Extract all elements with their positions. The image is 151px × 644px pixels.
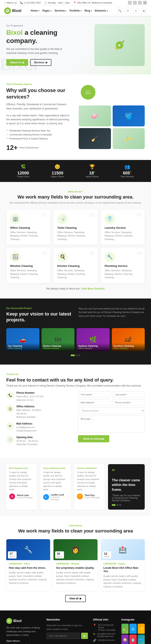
dishes-cleaning-overlay: Dishes Cleaning Window cleaning [42,343,75,351]
why-years: 12+ Years Experiences [6,144,72,152]
subscribe-button[interactable]: ➤ [81,633,88,639]
quote-sub: "Thank you for your interest in hiring D… [112,494,141,502]
view-all-button[interactable]: View all ▶ [65,595,86,602]
quote-dot-1[interactable] [112,504,116,506]
topbar-left: ✉ Mail to us 📞 (+12) 5463 2357 🕐 Sunday … [4,2,112,4]
blog-post-3[interactable]: 🏥 12 Mar'21 CARPENTER Expert Locate Bixo… [101,539,145,591]
play-button[interactable]: ▶ [116,41,123,49]
check-3: Professional Floor & Carpet Cleaning [6,136,72,140]
footer-official-col: Official info: 📍 30 Commercial Road, Pre… [93,618,116,644]
footer-grid: B Bixol We work with a passion of taking… [6,618,145,644]
dot-2[interactable] [76,354,78,356]
stat-projects: 🏗 12000 Project Done [17,164,29,178]
blog-title: We work many fields to clean your surrou… [6,528,145,534]
about-button[interactable]: About Us ▶ [6,59,28,66]
ig-img-1[interactable]: 🧹 [122,624,128,634]
newsletter-email-input[interactable] [46,633,80,639]
stat-clients: 😊 11500 Happy Clients [51,164,64,178]
review-3-tag: Service satisfaction [77,467,102,469]
ig-img-5[interactable]: 🧴 [130,634,136,644]
service-select[interactable]: Chosen services Office Cleaning Toilet C… [78,407,145,414]
reviewer-3-role: Corner Manager [84,496,100,499]
email-input[interactable] [78,399,110,406]
quote-dot-3[interactable] [119,504,121,506]
nav-services[interactable]: Services ▾ [54,9,67,12]
review-1: Best Support ever! 5 stars for design qu… [6,464,37,510]
blog-title-1: How stay calm from the stress. [9,566,48,570]
twitter-icon[interactable]: t [133,1,137,4]
search-button[interactable]: 🔍 [117,8,123,14]
first-name-input[interactable] [78,392,110,398]
blog-img-2: 👩 18 Mar'21 [54,539,97,560]
message-textarea[interactable] [78,416,145,432]
blog-meta-2: CARPENTER Window [56,563,95,565]
reviewer-3-name: Tami Kay [84,494,100,496]
link-icon[interactable]: 🔗 [143,1,147,4]
blog-post-1[interactable]: 🔧 17 Mar'21 CARPENTER Office How stay ca… [6,539,50,591]
quote-text: The cleaner came within the time frame. [112,478,141,492]
project-car-cleaning[interactable]: 🚗 Car Cleaning Office cleaning [6,328,40,351]
facebook-icon[interactable]: f [128,1,132,4]
services-desc: We understand the difficult and busy sch… [6,202,145,204]
furniture-cleaning-overlay: Furniture Cleaning Office cleaning [112,343,145,351]
contact-title: Feel free to contact with us for any kin… [6,377,145,383]
view-more-services-link[interactable]: View More Services [81,287,105,290]
ig-img-3[interactable]: ✨ [138,624,145,634]
footer: B Bixol We work with a passion of taking… [0,610,151,644]
plumbing-desc: Office Services, Sweeping Mopping, Kitch… [105,269,141,279]
quote-dot-2[interactable] [116,504,118,506]
projects-title-col: Our Successful Project Keep your vision … [6,307,72,323]
dot-1[interactable] [71,354,75,356]
ig-img-4[interactable]: 🏠 [122,634,128,644]
clock-icon: 🕐 [44,2,47,4]
nav-elements[interactable]: Elements ▾ [95,9,108,12]
project-outdoor-cleaning[interactable]: 🌿 Outdoor Cleaning Office cleaning [76,328,110,351]
why-img-1: 🧼 [79,106,111,126]
toilet-icon-wrap: 🚽 [57,214,68,224]
logo[interactable]: Bixol [4,7,22,14]
quote-mark: " [112,468,141,476]
project-dishes-cleaning[interactable]: 🍽 Dishes Cleaning Window cleaning [42,328,75,351]
phone-input[interactable] [112,399,145,406]
outdoor-cleaning-overlay: Outdoor Cleaning Office cleaning [76,343,110,351]
why-img-2: 🪣 [112,106,145,126]
years-label: Years Experiences [19,146,38,149]
ig-img-2[interactable]: 💧 [130,624,136,634]
blog-section: Latest News We work many fields to clean… [0,516,151,610]
footer-about: We work with a passion of taking challen… [6,626,41,637]
why-checklist: Residential Cleaning Services Near You C… [6,128,72,140]
clients-icon: 😊 [51,164,64,170]
clients-num: 11500 [51,170,64,176]
clients-badge-container: 10k+ Clients [79,83,145,104]
nav-home[interactable]: Home ▾ [30,9,40,12]
why-content: About Cleaning Agency Why will you choos… [6,83,72,152]
nav-menu: Home ▾ Pages ▾ Services ▾ Portfolio ▾ Bl… [30,9,108,12]
send-message-button[interactable]: Send us message [78,435,109,442]
footer-logo: B Bixol [6,618,41,624]
nav-pages[interactable]: Pages ▾ [42,9,52,12]
why-img-4: ✨ [112,128,145,149]
contact-address-detail: Office Address: Main address: 122 Alton … [16,405,41,419]
why-img-3: 🧹 [79,128,111,149]
dot-3[interactable] [79,354,80,356]
blog-tag: Latest News [6,524,145,527]
services-button[interactable]: Services ▶ [30,59,51,66]
project-furniture-cleaning[interactable]: 🛋 Furniture Cleaning Office cleaning [112,328,145,351]
car-cleaning-category: Office cleaning [8,347,38,350]
hero-content: Our Progression Bixol a cleaning company… [6,24,76,66]
footer-newsletter-col: Newsletter Subscribe our newsletter to g… [46,618,88,644]
facebook-nav-icon[interactable]: f [125,8,131,14]
stats-bar: 🏗 12000 Project Done 😊 11500 Happy Clien… [0,160,151,182]
blog-post-2[interactable]: 👩 18 Mar'21 CARPENTER Window Our proprie… [54,539,97,591]
footer-info-text-3: info@email.com [98,639,114,641]
contact-address-item: 🏠 Office Address: Main address: 122 Alto… [6,405,73,419]
linkedin-nav-icon[interactable]: in [141,8,147,14]
ig-img-6[interactable]: 🪣 [138,634,145,644]
nav-blog[interactable]: Blog ▾ [84,9,92,12]
linkedin-icon[interactable]: in [138,1,142,4]
twitter-nav-icon[interactable]: t [133,8,139,14]
last-name-input[interactable] [112,392,145,398]
nav-portfolio[interactable]: Portfolio ▾ [70,9,82,12]
furniture-cleaning-category: Office cleaning [114,347,143,350]
laundry-icon-wrap: 👕 [105,214,115,224]
